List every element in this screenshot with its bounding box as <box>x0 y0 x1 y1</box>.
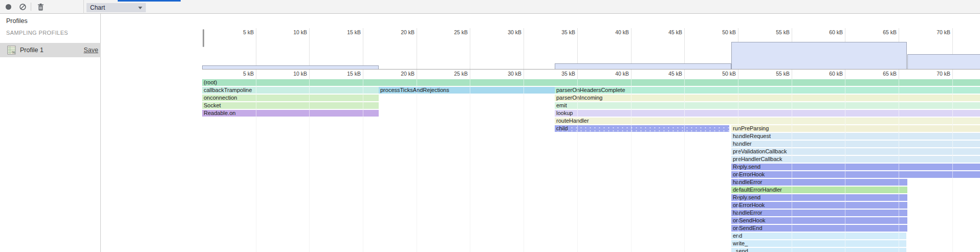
overview-area-segment[interactable] <box>907 54 980 69</box>
flame-frame[interactable]: Readable.on <box>202 110 379 117</box>
flame-frame[interactable]: end <box>731 233 906 239</box>
delete-profile-button[interactable] <box>34 0 47 14</box>
flame-frame[interactable]: handleError <box>731 179 907 186</box>
axis-tick-label: 50 kB <box>707 71 736 77</box>
toolbar-divider <box>31 3 31 11</box>
flame-frame-label: preHandlerCallback <box>733 156 782 162</box>
flame-frame[interactable]: preValidationCallback <box>731 148 980 155</box>
flame-frame[interactable]: emit <box>555 102 980 109</box>
flame-frame-label: Reply.send <box>733 164 760 170</box>
flame-frame[interactable]: handler <box>731 141 980 147</box>
flame-frame[interactable]: runPreParsing <box>731 125 980 132</box>
axis-tick-label: 20 kB <box>386 29 415 35</box>
flame-frame[interactable]: routeHandler <box>555 118 980 124</box>
flame-frame-label: Readable.on <box>204 110 235 116</box>
axis-tick-label: 30 kB <box>493 29 521 35</box>
flame-frame[interactable]: processTicksAndRejections <box>379 87 555 94</box>
flame-frame[interactable]: onSendEnd <box>731 225 907 232</box>
flame-frame-label: handleError <box>733 210 762 216</box>
flame-frame[interactable]: _send <box>731 248 906 252</box>
toolbar-pane-divider <box>83 0 84 14</box>
axis-tick-label: 25 kB <box>439 29 468 35</box>
axis-tick-label: 45 kB <box>654 71 682 77</box>
flame-frame-label: onconnection <box>204 95 237 101</box>
axis-tick-label: 50 kB <box>707 29 736 35</box>
grid-line-overlay <box>952 79 953 252</box>
grid-line-overlay <box>470 79 470 252</box>
flame-frame-label: Reply.send <box>733 194 760 200</box>
axis-tick-label: 65 kB <box>868 71 897 77</box>
save-profile-link[interactable]: Save <box>84 47 99 54</box>
flame-frame-label: handler <box>733 141 752 147</box>
flame-frame[interactable]: preHandlerCallback <box>731 156 980 163</box>
active-tab-indicator <box>118 0 181 2</box>
flame-frame-label: lookup <box>556 110 573 116</box>
flame-frame[interactable]: (root) <box>202 79 980 86</box>
vertical-scrollbar-thumb[interactable] <box>203 29 204 47</box>
axis-tick-label: 40 kB <box>600 29 629 35</box>
axis-tick-label: 25 kB <box>439 71 468 77</box>
axis-tick-label: 10 kB <box>278 71 307 77</box>
flame-frame-label: write_ <box>733 240 748 246</box>
grid-line-overlay <box>631 79 631 252</box>
flame-frame[interactable]: onSendHook <box>731 217 907 224</box>
axis-tick-label: 55 kB <box>761 71 790 77</box>
flame-frame[interactable]: defaultErrorHandler <box>731 187 907 193</box>
flame-frame[interactable]: parserOnIncoming <box>555 95 980 101</box>
clear-button[interactable] <box>16 0 29 14</box>
flame-frame-label: handleRequest <box>733 133 771 139</box>
axis-tick-label: 45 kB <box>654 29 682 35</box>
axis-tick-label: 55 kB <box>761 29 790 35</box>
grid-line-overlay <box>845 79 845 252</box>
flame-frame-label: parserOnIncoming <box>556 95 603 101</box>
axis-tick-label: 65 kB <box>868 29 897 35</box>
grid-line-overlay <box>577 79 578 252</box>
record-button[interactable] <box>2 0 14 14</box>
flame-frame[interactable]: onErrorHook <box>731 202 907 209</box>
flame-frame-label: parserOnHeadersComplete <box>556 87 625 93</box>
axis-tick-label: 15 kB <box>332 29 361 35</box>
flame-chart-layer: 5 kB10 kB15 kB20 kB25 kB30 kB35 kB40 kB4… <box>101 14 980 252</box>
profile-name: Profile 1 <box>20 47 43 54</box>
flame-frame[interactable]: child <box>555 125 729 132</box>
flame-frame[interactable]: handleError <box>731 210 907 216</box>
grid-line-overlay <box>738 79 738 252</box>
sampling-profiles-section-header: SAMPLING PROFILES <box>6 30 68 36</box>
flame-frame[interactable]: onErrorHook <box>731 171 980 178</box>
axis-tick-label: 5 kB <box>225 29 254 35</box>
trash-icon <box>37 4 44 11</box>
overview-area-segment[interactable] <box>555 63 731 69</box>
flame-frame[interactable]: Reply.send <box>731 194 907 201</box>
flame-frame[interactable]: handleRequest <box>731 133 980 140</box>
overview-area-segment[interactable] <box>731 42 907 69</box>
sidebar-item-profile-1[interactable]: % Profile 1 Save <box>0 43 101 57</box>
view-mode-select[interactable]: Chart <box>86 3 146 12</box>
grid-line-overlay <box>792 79 792 252</box>
flame-frame-label: callbackTrampoline <box>204 87 252 93</box>
flame-frame[interactable]: write_ <box>731 240 906 247</box>
axis-tick-label: 35 kB <box>547 29 575 35</box>
axis-tick-label: 75 kB <box>975 71 980 77</box>
flame-frame[interactable]: onconnection <box>202 95 379 101</box>
flame-frame[interactable]: parserOnHeadersComplete <box>555 87 980 94</box>
grid-line-overlay <box>309 79 310 252</box>
overview-baseline <box>202 69 980 70</box>
grid-line-overlay <box>417 79 417 252</box>
memory-profiler-panel: Chart Profiles SAMPLING PROFILES % Profi… <box>0 0 980 252</box>
flame-frame[interactable]: lookup <box>555 110 980 117</box>
overview-area-segment[interactable] <box>202 65 379 69</box>
axis-tick-label: 70 kB <box>922 71 950 77</box>
flame-frame[interactable]: Reply.send <box>731 164 980 170</box>
grid-line-overlay <box>363 79 363 252</box>
flame-frame-label: _send <box>733 248 748 252</box>
flame-frame-label: handleError <box>733 179 762 185</box>
view-mode-value: Chart <box>90 4 105 11</box>
flame-frame-label: routeHandler <box>556 118 589 124</box>
profiles-sidebar: Profiles SAMPLING PROFILES % Profile 1 S… <box>0 14 101 252</box>
flame-frame[interactable]: callbackTrampoline <box>202 87 379 94</box>
axis-tick-label: 20 kB <box>386 71 415 77</box>
grid-line-overlay <box>256 79 256 252</box>
flame-frame-label: onSendEnd <box>733 225 763 231</box>
flame-frame[interactable]: Socket <box>202 102 379 109</box>
sampling-profile-icon: % <box>7 45 16 55</box>
